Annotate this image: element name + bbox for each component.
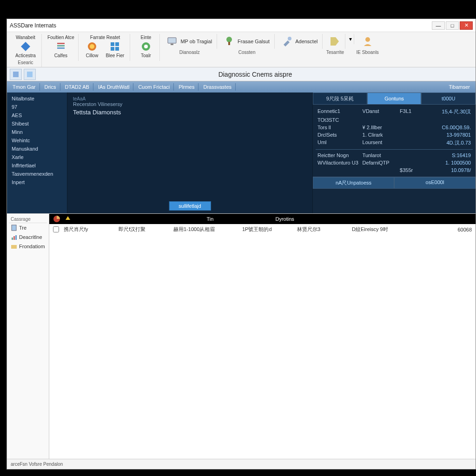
svg-rect-20 — [12, 225, 16, 231]
ribbon-dropdown[interactable]: ▾ — [347, 34, 354, 44]
app-window: ASSDare Internats — □ ✕ Wanabeit Actices… — [7, 19, 476, 469]
ribbon-group-2: Farrate Reatet Cillow Blee Fier — [80, 34, 131, 61]
ribbon-group-0: Wanabeit Acticestra Esearic — [10, 34, 42, 67]
svg-rect-18 — [13, 72, 19, 77]
arrow-up-icon[interactable] — [64, 215, 72, 223]
ribbon-wide-group: Cossten — [238, 50, 256, 55]
rp-header-0[interactable]: 9尺段 5呆耗 — [313, 93, 367, 105]
close-button[interactable]: ✕ — [460, 21, 473, 30]
rp-footer-button-1[interactable]: osE000l — [394, 177, 476, 189]
grid-col-tin[interactable]: Tin — [207, 216, 272, 222]
rp-row-0: Eonnetic1VDanstF3L115,4-尺.30汉 — [316, 107, 473, 116]
tab-1[interactable]: Drics — [41, 83, 60, 91]
ribbon-button-bleefier[interactable]: Blee Fier — [104, 40, 126, 59]
right-panel: 9尺段 5呆耗 Gontuns t000U Eonnetic1VDanstF3L… — [313, 93, 476, 213]
lower-panel: Cassrage Tre Deacritlne Frondatiom Tin D… — [7, 213, 476, 459]
ribbon-button-calfes[interactable]: Calfes — [53, 40, 69, 59]
right-panel-body: Eonnetic1VDanstF3L115,4-尺.30汉 TOt3STC To… — [313, 105, 476, 177]
tab-0[interactable]: Tmon Gar — [9, 83, 40, 91]
ribbon-wide-button-0[interactable]: MP ob Tragial — [162, 34, 217, 49]
nav-item-0[interactable]: Nitalbnste — [7, 94, 67, 103]
maximize-button[interactable]: □ — [446, 21, 459, 30]
list-icon — [55, 41, 66, 52]
ribbon-wide-group: IE Sboanls — [356, 50, 378, 55]
grid-row-0[interactable]: 携尺肖尺fy 即尺f汉打聚 赫用1-1000从相眉 1P號王朝的d 林贤尺尔3 … — [49, 224, 476, 235]
ribbon-group-3: Einte Toalr — [132, 34, 160, 61]
ribbon-wide-button-3[interactable] — [324, 34, 345, 49]
svg-rect-8 — [111, 47, 114, 51]
tab-5[interactable]: Plrmes — [175, 83, 198, 91]
tabstrip: Tmon Gar Drics DTAD2 AB IAs DruthWatl Cu… — [7, 81, 476, 93]
svg-rect-19 — [27, 72, 33, 77]
ribbon-wide-2: Adensctel — [277, 34, 323, 49]
nav-item-6[interactable]: Manuskand — [7, 145, 67, 153]
titlebar: ASSDare Internats — □ ✕ — [7, 19, 476, 32]
minimize-button[interactable]: — — [432, 21, 445, 30]
lower-left-nav: Cassrage Tre Deacritlne Frondatiom — [7, 214, 49, 459]
row-checkbox[interactable] — [53, 226, 59, 232]
chart-icon — [11, 234, 17, 240]
tab-2[interactable]: DTAD2 AB — [61, 83, 93, 91]
lower-right-panel: Tin Dyrotins 携尺肖尺fy 即尺f汉打聚 赫用1-1000从相眉 1… — [49, 214, 476, 459]
lower-grid-body: 携尺肖尺fy 即尺f汉打聚 赫用1-1000从相眉 1P號王朝的d 林贤尺尔3 … — [49, 224, 476, 459]
svg-marker-0 — [21, 42, 30, 51]
tab-6[interactable]: Drassvastes — [199, 83, 236, 91]
toolbar-button-2[interactable] — [24, 69, 36, 80]
ribbon-button-acticestra[interactable]: Acticestra — [13, 40, 38, 59]
ribbon-button-label: Calfes — [54, 53, 67, 58]
nav-item-3[interactable]: Shibest — [7, 119, 67, 128]
svg-rect-9 — [115, 47, 119, 51]
ribbon-wide-group: Tesarrite — [326, 50, 344, 55]
lower-nav-item-2[interactable]: Frondatiom — [9, 242, 47, 251]
tab-4[interactable]: Cuom Frictaci — [134, 83, 174, 91]
ribbon: Wanabeit Acticestra Esearic Foultien Atc… — [7, 32, 476, 67]
grid-cell: 赫用1-1000从相眉 — [173, 226, 238, 233]
lower-nav-label: Frondatiom — [19, 244, 45, 249]
ribbon-tab-label: Wanabeit — [16, 35, 35, 40]
lower-nav-item-1[interactable]: Deacritlne — [9, 232, 47, 242]
grid-col-dyrotins[interactable]: Dyrotins — [276, 216, 341, 222]
svg-rect-2 — [57, 45, 65, 46]
nav-item-2[interactable]: AES — [7, 111, 67, 119]
globe-icon — [86, 41, 98, 52]
nav-item-4[interactable]: Minn — [7, 128, 67, 136]
ribbon-wide-button-2[interactable]: Adensctel — [277, 34, 323, 49]
nav-item-5[interactable]: Wehintc — [7, 136, 67, 145]
rp-row-7: $355r10.0978/ — [316, 166, 473, 174]
svg-rect-3 — [57, 47, 65, 49]
rp-row-3: DrclSets1. Clirark13-997801 — [316, 131, 473, 139]
tree-icon — [224, 36, 235, 47]
nav-item-9[interactable]: Tasvemmenexden — [7, 170, 67, 178]
toolbar-button-1[interactable] — [10, 69, 22, 80]
lower-nav-item-0[interactable]: Tre — [9, 223, 47, 232]
tab-right[interactable]: Tibamser — [445, 83, 474, 91]
ribbon-button-label: Toalr — [141, 53, 151, 58]
ribbon-button-cillow[interactable]: Cillow — [84, 40, 100, 59]
tab-3[interactable]: IAs DruthWatl — [94, 83, 133, 91]
lower-grid-header: Tin Dyrotins — [49, 214, 476, 224]
rp-footer-button-0[interactable]: nA尺Unpatoess — [313, 177, 394, 189]
center-action-button[interactable]: sullifetlajd — [169, 201, 211, 211]
svg-rect-22 — [13, 236, 15, 240]
pie-icon[interactable] — [53, 215, 60, 223]
dark-workspace: Nitalbnste 97 AES Shibest Minn Wehintc M… — [7, 93, 476, 213]
rp-row-6: WVilactionturo U3DefarniQTP1. 1000500 — [316, 159, 473, 166]
chevron-down-icon: ▾ — [349, 36, 352, 42]
person-icon — [362, 36, 373, 47]
svg-point-16 — [288, 37, 291, 40]
tools-icon — [281, 36, 292, 47]
ribbon-wide-button-1[interactable]: Frasae Galsut — [219, 34, 275, 49]
window-title: ASSDare Internats — [10, 22, 432, 29]
ribbon-group-label: Esearic — [18, 60, 33, 65]
svg-rect-12 — [168, 38, 176, 43]
svg-rect-1 — [57, 43, 65, 44]
svg-point-5 — [90, 44, 94, 49]
rp-header-1[interactable]: Gontuns — [367, 93, 422, 105]
nav-item-10[interactable]: Inpert — [7, 178, 67, 186]
ribbon-wide-button-5[interactable] — [357, 34, 378, 49]
nav-item-8[interactable]: Inffrtertiael — [7, 161, 67, 170]
nav-item-1[interactable]: 97 — [7, 103, 67, 111]
ribbon-button-toalr[interactable]: Toalr — [139, 40, 153, 59]
ribbon-tab-label: Foultien Atce — [47, 35, 74, 40]
nav-item-7[interactable]: Xarle — [7, 153, 67, 161]
